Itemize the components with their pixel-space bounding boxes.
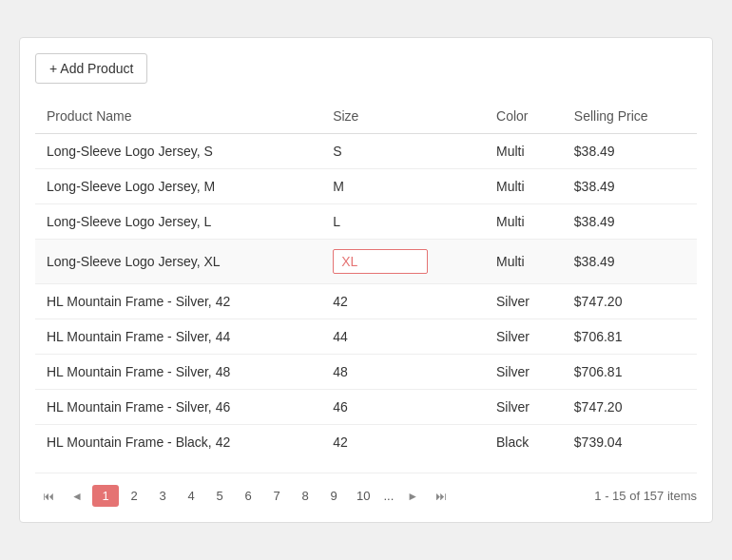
- cell-color: Silver: [485, 355, 563, 390]
- ellipsis: ...: [379, 485, 397, 507]
- table-row: HL Mountain Frame - Silver, 4848Silver$7…: [35, 355, 697, 390]
- col-header-name: Product Name: [35, 99, 321, 134]
- cell-size: L: [321, 204, 485, 240]
- page-5-button[interactable]: 5: [206, 485, 233, 507]
- prev-page-button[interactable]: ◄: [64, 486, 90, 507]
- products-table: Product Name Size Color Selling Price Lo…: [35, 99, 697, 459]
- cell-price: $706.81: [563, 319, 697, 355]
- cell-color: Silver: [485, 390, 563, 425]
- table-row: Long-Sleeve Logo Jersey, XLMulti$38.49: [35, 240, 697, 284]
- table-row: HL Mountain Frame - Black, 4242Black$739…: [35, 425, 697, 460]
- pagination-controls: ⏮ ◄ 1 2 3 4 5 6 7 8 9 10 ... ► ⏭: [35, 485, 454, 507]
- page-7-button[interactable]: 7: [263, 485, 290, 507]
- cell-color: Silver: [485, 284, 563, 319]
- pagination: ⏮ ◄ 1 2 3 4 5 6 7 8 9 10 ... ► ⏭ 1 - 15 …: [35, 473, 697, 507]
- add-product-button[interactable]: + Add Product: [35, 53, 147, 84]
- cell-size: 42: [321, 425, 485, 460]
- last-page-button[interactable]: ⏭: [428, 486, 454, 507]
- col-header-color: Color: [485, 99, 563, 134]
- main-container: + Add Product Product Name Size Color Se…: [19, 37, 713, 523]
- cell-product-name: HL Mountain Frame - Silver, 44: [35, 319, 321, 355]
- page-1-button[interactable]: 1: [92, 485, 119, 507]
- cell-size: S: [321, 134, 485, 169]
- cell-product-name: Long-Sleeve Logo Jersey, S: [35, 134, 321, 169]
- cell-price: $739.04: [563, 425, 697, 460]
- cell-price: $747.20: [563, 390, 697, 425]
- cell-size[interactable]: [321, 240, 485, 284]
- table-row: HL Mountain Frame - Silver, 4646Silver$7…: [35, 390, 697, 425]
- cell-price: $747.20: [563, 284, 697, 319]
- cell-product-name: HL Mountain Frame - Black, 42: [35, 425, 321, 460]
- page-9-button[interactable]: 9: [320, 485, 347, 507]
- cell-color: Multi: [485, 169, 563, 204]
- page-2-button[interactable]: 2: [121, 485, 147, 507]
- table-row: Long-Sleeve Logo Jersey, MMMulti$38.49: [35, 169, 697, 204]
- cell-color: Multi: [485, 134, 563, 169]
- table-row: Long-Sleeve Logo Jersey, SSMulti$38.49: [35, 134, 697, 169]
- table-row: HL Mountain Frame - Silver, 4444Silver$7…: [35, 319, 697, 355]
- pagination-info: 1 - 15 of 157 items: [594, 489, 697, 503]
- cell-price: $38.49: [563, 134, 697, 169]
- col-header-price: Selling Price: [563, 99, 697, 134]
- cell-size: 44: [321, 319, 485, 355]
- cell-color: Multi: [485, 204, 563, 240]
- cell-product-name: HL Mountain Frame - Silver, 42: [35, 284, 321, 319]
- cell-price: $38.49: [563, 169, 697, 204]
- cell-size: 48: [321, 355, 485, 390]
- cell-product-name: HL Mountain Frame - Silver, 46: [35, 390, 321, 425]
- cell-product-name: HL Mountain Frame - Silver, 48: [35, 355, 321, 390]
- cell-size: 42: [321, 284, 485, 319]
- toolbar: + Add Product: [35, 53, 697, 84]
- page-4-button[interactable]: 4: [178, 485, 204, 507]
- cell-price: $706.81: [563, 355, 697, 390]
- first-page-button[interactable]: ⏮: [35, 486, 62, 507]
- page-6-button[interactable]: 6: [235, 485, 261, 507]
- page-8-button[interactable]: 8: [292, 485, 318, 507]
- table-row: Long-Sleeve Logo Jersey, LLMulti$38.49: [35, 204, 697, 240]
- cell-size: M: [321, 169, 485, 204]
- size-input[interactable]: [333, 249, 428, 274]
- cell-color: Black: [485, 425, 563, 460]
- table-row: HL Mountain Frame - Silver, 4242Silver$7…: [35, 284, 697, 319]
- cell-price: $38.49: [563, 240, 697, 284]
- page-3-button[interactable]: 3: [149, 485, 176, 507]
- cell-product-name: Long-Sleeve Logo Jersey, XL: [35, 240, 321, 284]
- cell-color: Silver: [485, 319, 563, 355]
- col-header-size: Size: [321, 99, 485, 134]
- cell-product-name: Long-Sleeve Logo Jersey, M: [35, 169, 321, 204]
- page-10-button[interactable]: 10: [349, 485, 377, 507]
- cell-product-name: Long-Sleeve Logo Jersey, L: [35, 204, 321, 240]
- cell-color: Multi: [485, 240, 563, 284]
- cell-price: $38.49: [563, 204, 697, 240]
- table-header-row: Product Name Size Color Selling Price: [35, 99, 697, 134]
- cell-size: 46: [321, 390, 485, 425]
- next-page-button[interactable]: ►: [399, 486, 426, 507]
